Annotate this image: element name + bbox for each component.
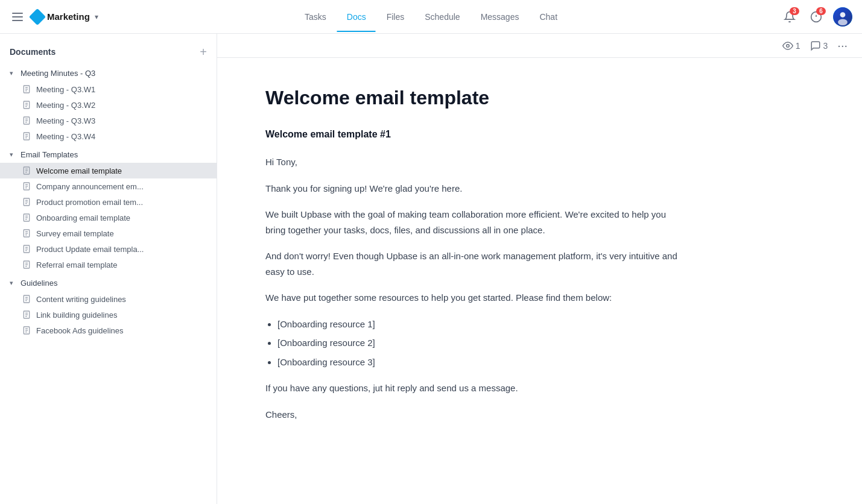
document-icon <box>22 260 31 269</box>
avatar-image <box>833 7 852 27</box>
document-icon <box>22 84 31 94</box>
brand-icon <box>29 8 46 25</box>
nav-right: 3 6 <box>780 7 852 27</box>
item-label: Meeting - Q3.W3 <box>36 116 95 125</box>
alert-notification-button[interactable]: 6 <box>807 7 826 27</box>
list-item-welcome-email[interactable]: Welcome email template <box>0 163 217 178</box>
list-item[interactable]: Meeting - Q3.W1 <box>0 81 217 97</box>
folder-label-guidelines: Guidelines <box>21 279 207 288</box>
brand-name: Marketing <box>47 11 90 22</box>
item-label: Survey email template <box>36 229 114 238</box>
hamburger-button[interactable] <box>10 10 25 24</box>
item-label: Meeting - Q3.W1 <box>36 85 95 94</box>
item-label: Referral email template <box>36 260 117 269</box>
views-number: 1 <box>796 41 800 51</box>
list-item: [Onboarding resource 2] <box>277 335 688 351</box>
document-title: Welcome email template <box>265 87 688 109</box>
item-label: Facebook Ads guidelines <box>36 326 124 335</box>
document-icon <box>22 213 31 222</box>
list-item[interactable]: Meeting - Q3.W3 <box>0 113 217 128</box>
item-label: Company announcement em... <box>36 182 144 191</box>
brand-logo[interactable]: Marketing ▾ <box>31 11 98 23</box>
doc-para-1: Thank you for signing up! We're glad you… <box>265 181 688 197</box>
tab-docs[interactable]: Docs <box>337 7 376 27</box>
list-item[interactable]: Facebook Ads guidelines <box>0 323 217 338</box>
list-item[interactable]: Survey email template <box>0 225 217 241</box>
list-item[interactable]: Product promotion email tem... <box>0 194 217 210</box>
document-body: Welcome email template Welcome email tem… <box>217 58 736 462</box>
document-icon <box>22 181 31 191</box>
item-label: Meeting - Q3.W2 <box>36 101 95 110</box>
comments-number: 3 <box>823 41 828 51</box>
item-label: Meeting - Q3.W4 <box>36 132 95 141</box>
document-icon <box>22 100 31 110</box>
list-item[interactable]: Meeting - Q3.W4 <box>0 128 217 144</box>
tab-messages[interactable]: Messages <box>471 7 529 27</box>
avatar[interactable] <box>833 7 852 27</box>
doc-para-2: We built Upbase with the goal of making … <box>265 207 688 238</box>
item-label: Welcome email template <box>36 166 122 175</box>
folder-label-email-templates: Email Templates <box>21 150 207 159</box>
doc-para-5: If you have any questions, jut hit reply… <box>265 380 688 396</box>
comments-count[interactable]: 3 <box>810 40 828 51</box>
tree-section-email-templates: ▾ Email Templates Welcome email template… <box>0 146 217 272</box>
tab-chat[interactable]: Chat <box>530 7 567 27</box>
chevron-down-icon: ▾ <box>10 279 17 287</box>
list-item[interactable]: Product Update email templa... <box>0 241 217 257</box>
svg-point-3 <box>840 12 846 17</box>
document-icon <box>22 310 31 320</box>
more-options-button[interactable]: ··· <box>837 39 848 52</box>
sidebar: Documents + ▾ Meeting Minutes - Q3 Meeti… <box>0 34 217 504</box>
svg-point-4 <box>838 19 848 25</box>
list-item[interactable]: Content writing guidelines <box>0 291 217 307</box>
avatar-face-icon <box>834 8 851 25</box>
list-item[interactable]: Link building guidelines <box>0 307 217 323</box>
brand-caret-icon: ▾ <box>95 13 98 21</box>
list-item[interactable]: Company announcement em... <box>0 178 217 194</box>
main-nav: Tasks Docs Files Schedule Messages Chat <box>295 7 567 27</box>
svg-point-61 <box>786 44 789 47</box>
doc-resources-list: [Onboarding resource 1] [Onboarding reso… <box>277 317 688 370</box>
views-count[interactable]: 1 <box>782 40 800 51</box>
item-label: Link building guidelines <box>36 310 117 320</box>
sidebar-header: Documents + <box>0 43 217 65</box>
item-label: Product promotion email tem... <box>36 198 143 207</box>
document-icon <box>22 131 31 141</box>
folder-guidelines[interactable]: ▾ Guidelines <box>0 275 217 291</box>
list-item[interactable]: Onboarding email template <box>0 210 217 225</box>
bell-notification-button[interactable]: 3 <box>780 7 799 27</box>
document-icon <box>22 294 31 304</box>
add-document-button[interactable]: + <box>200 46 207 58</box>
chevron-down-icon: ▾ <box>10 69 17 77</box>
folder-email-templates[interactable]: ▾ Email Templates <box>0 146 217 163</box>
tree-section-meeting-minutes: ▾ Meeting Minutes - Q3 Meeting - Q3.W1 M… <box>0 65 217 144</box>
item-label: Content writing guidelines <box>36 295 126 304</box>
list-item[interactable]: Meeting - Q3.W2 <box>0 97 217 113</box>
comment-icon <box>810 40 821 51</box>
doc-para-3: And don't worry! Even though Upbase is a… <box>265 248 688 279</box>
document-icon <box>22 326 31 335</box>
doc-para-4: We have put together some resources to h… <box>265 290 688 306</box>
item-label: Product Update email templa... <box>36 245 144 254</box>
bell-badge: 3 <box>790 7 799 15</box>
item-label: Onboarding email template <box>36 213 130 222</box>
sidebar-title: Documents <box>10 47 55 57</box>
eye-icon <box>782 40 793 51</box>
folder-label-meeting-minutes: Meeting Minutes - Q3 <box>21 69 207 78</box>
list-item[interactable]: Referral email template <box>0 257 217 272</box>
document-icon <box>22 116 31 125</box>
document-content: Welcome email template #1 Hi Tony, Thank… <box>265 126 688 422</box>
folder-meeting-minutes[interactable]: ▾ Meeting Minutes - Q3 <box>0 65 217 81</box>
tab-files[interactable]: Files <box>377 7 414 27</box>
content-area: 1 3 ··· Welcome email template Welcome e… <box>217 34 862 504</box>
document-icon <box>22 166 31 175</box>
tree-section-guidelines: ▾ Guidelines Content writing guidelines … <box>0 275 217 338</box>
top-nav: Marketing ▾ Tasks Docs Files Schedule Me… <box>0 0 862 34</box>
content-toolbar: 1 3 ··· <box>217 34 862 58</box>
list-item: [Onboarding resource 3] <box>277 354 688 370</box>
tab-tasks[interactable]: Tasks <box>295 7 336 27</box>
tab-schedule[interactable]: Schedule <box>415 7 469 27</box>
chevron-down-icon: ▾ <box>10 151 17 159</box>
alert-badge: 6 <box>816 7 826 15</box>
document-icon <box>22 228 31 238</box>
